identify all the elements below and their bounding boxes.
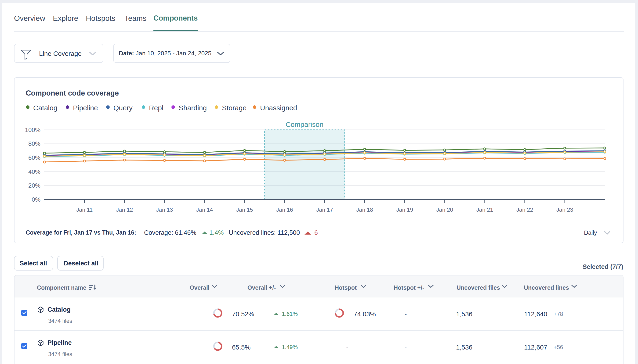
svg-text:Jan 12: Jan 12 xyxy=(116,206,133,213)
svg-text:Jan 17: Jan 17 xyxy=(316,206,333,213)
svg-text:40%: 40% xyxy=(28,168,41,175)
svg-text:Jan 21: Jan 21 xyxy=(476,206,493,213)
svg-text:Jan 11: Jan 11 xyxy=(76,206,93,213)
svg-text:Jan 13: Jan 13 xyxy=(156,206,173,213)
svg-text:100%: 100% xyxy=(25,126,41,134)
svg-text:Comparison: Comparison xyxy=(285,120,324,128)
svg-text:Jan 20: Jan 20 xyxy=(436,206,453,213)
svg-text:Jan 18: Jan 18 xyxy=(356,206,373,213)
svg-text:Jan 23: Jan 23 xyxy=(556,206,573,213)
svg-text:0%: 0% xyxy=(32,196,41,203)
svg-text:Jan 22: Jan 22 xyxy=(516,206,533,213)
svg-text:80%: 80% xyxy=(28,140,41,147)
svg-text:60%: 60% xyxy=(28,154,41,161)
svg-text:Jan 15: Jan 15 xyxy=(236,206,253,213)
svg-text:20%: 20% xyxy=(28,182,41,189)
svg-text:Jan 16: Jan 16 xyxy=(276,206,293,213)
svg-text:Jan 19: Jan 19 xyxy=(396,206,413,213)
svg-text:Jan 14: Jan 14 xyxy=(196,206,213,213)
